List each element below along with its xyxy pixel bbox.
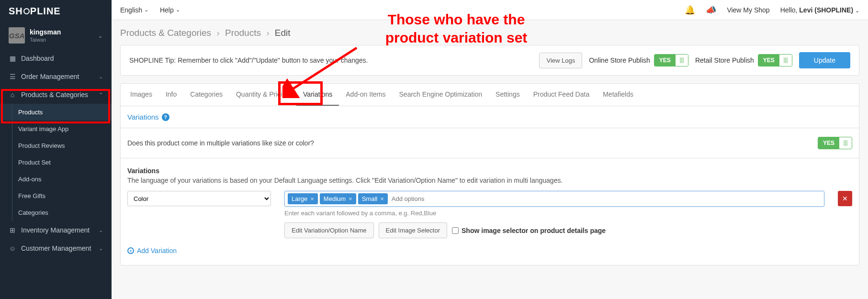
online-publish-label: Online Store Publish: [589, 56, 650, 64]
tag-label: Large: [292, 195, 307, 202]
sidebar-subitem-reviews[interactable]: Product Reviews: [0, 137, 112, 154]
bell-icon[interactable]: 🔔: [685, 5, 695, 15]
update-button[interactable]: Update: [799, 52, 850, 68]
sidebar-item-order-management[interactable]: ☰ Order Management ⌄: [0, 67, 112, 86]
view-logs-button[interactable]: View Logs: [539, 53, 582, 68]
online-publish-toggle-group: Online Store Publish YES: [589, 54, 688, 66]
chevron-down-icon: ⌄: [99, 74, 103, 80]
chevron-down-icon: ⌄: [98, 32, 103, 39]
language-label: English: [120, 6, 142, 14]
sidebar-label: Order Management: [21, 73, 94, 80]
tab-categories[interactable]: Categories: [183, 84, 229, 106]
chevron-down-icon: ⌄: [855, 8, 859, 13]
variations-desc: The language of your variations is based…: [127, 177, 852, 184]
merchant-switcher[interactable]: GSA kingsman Taiwan ⌄: [0, 22, 112, 49]
tab-images[interactable]: Images: [124, 84, 159, 106]
tag-remove-icon[interactable]: ×: [349, 195, 352, 202]
order-icon: ☰: [9, 73, 16, 80]
tab-addon-items[interactable]: Add-on Items: [339, 84, 392, 106]
merchant-avatar: GSA: [9, 27, 25, 44]
add-variation-link[interactable]: + Add Variation: [127, 247, 177, 255]
user-menu[interactable]: Hello, Levi (SHOPLINE) ⌄: [780, 6, 859, 14]
chevron-down-icon: ⌄: [144, 7, 148, 13]
options-hint: Enter each variant followed by a comma, …: [284, 210, 824, 217]
tag-remove-icon[interactable]: ×: [310, 195, 314, 202]
inventory-icon: ⊞: [9, 226, 16, 234]
toggle-yes: YES: [818, 137, 839, 149]
sidebar-item-products-categories[interactable]: ⌂ Products & Categories ⌃: [0, 86, 112, 104]
tab-seo[interactable]: Search Engine Optimization: [393, 84, 489, 106]
variations-enabled-toggle[interactable]: YES: [818, 137, 852, 149]
variation-options-input[interactable]: Large× Medium× Small×: [284, 191, 824, 207]
add-option-input[interactable]: [390, 193, 821, 204]
view-shop-link[interactable]: View My Shop: [727, 6, 769, 14]
add-variation-label: Add Variation: [137, 247, 177, 255]
retail-publish-toggle-group: Retail Store Publish YES: [695, 54, 792, 66]
variation-type-select[interactable]: Color: [127, 191, 271, 206]
toggle-handle-icon: [839, 137, 852, 149]
toggle-yes: YES: [654, 55, 676, 66]
tip-text: SHOPLINE Tip: Remember to click "Add"/"U…: [129, 56, 368, 64]
sidebar-item-dashboard[interactable]: ▦ Dashboard: [0, 49, 112, 67]
tag-label: Medium: [324, 195, 346, 202]
trash-icon: ✕: [842, 195, 848, 202]
tag-label: Small: [362, 195, 378, 202]
merchant-name: kingsman: [30, 28, 93, 36]
tab-quantity-pricing[interactable]: Quantity & Pricing: [229, 84, 296, 106]
tab-feed[interactable]: Product Feed Data: [527, 84, 597, 106]
checkbox-label: Show image selector on product details p…: [462, 227, 606, 234]
dashboard-icon: ▦: [9, 55, 16, 62]
help-icon[interactable]: ?: [162, 113, 169, 121]
toggle-yes: YES: [758, 55, 779, 66]
toggle-handle-icon: [779, 55, 792, 66]
breadcrumb-current: Edit: [275, 28, 291, 38]
sidebar-label: Products & Categories: [21, 91, 94, 99]
tab-settings[interactable]: Settings: [489, 84, 527, 106]
sidebar-subitem-categories[interactable]: Categories: [0, 204, 112, 221]
chevron-down-icon: ⌄: [176, 7, 180, 13]
retail-publish-toggle[interactable]: YES: [758, 54, 792, 66]
user-name: Levi (SHOPLINE): [799, 6, 853, 14]
hello-text: Hello,: [780, 6, 800, 14]
variations-panel: Variations The language of your variatio…: [121, 158, 859, 265]
edit-image-selector-button[interactable]: Edit Image Selector: [379, 222, 447, 238]
variations-title: Variations: [127, 113, 159, 121]
option-tag: Small×: [358, 193, 388, 204]
option-tag: Medium×: [320, 193, 356, 204]
sidebar-subitem-addons[interactable]: Add-ons: [0, 171, 112, 188]
variations-heading: Variations: [127, 167, 852, 175]
megaphone-icon[interactable]: 📣: [706, 5, 716, 15]
sidebar-label: Dashboard: [21, 55, 103, 62]
bag-icon: ⌂: [9, 91, 16, 99]
tabs-card: Images Info Categories Quantity & Pricin…: [120, 83, 859, 266]
tab-variations[interactable]: Variations: [296, 84, 339, 106]
show-image-selector-checkbox[interactable]: Show image selector on product details p…: [452, 227, 606, 234]
tab-metafields[interactable]: Metafields: [596, 84, 640, 106]
chevron-down-icon: ⌄: [99, 245, 103, 252]
delete-variation-button[interactable]: ✕: [838, 191, 852, 206]
checkbox-input[interactable]: [452, 227, 459, 234]
breadcrumb-item[interactable]: Products & Categories: [120, 28, 211, 38]
chevron-up-icon: ⌃: [99, 92, 103, 98]
breadcrumb: Products & Categories › Products › Edit: [120, 28, 859, 38]
edit-variation-name-button[interactable]: Edit Variation/Option Name: [284, 222, 374, 238]
sidebar-item-inventory[interactable]: ⊞ Inventory Management ⌄: [0, 221, 112, 239]
sidebar-subitem-free-gifts[interactable]: Free Gifts: [0, 188, 112, 204]
breadcrumb-item[interactable]: Products: [225, 28, 261, 38]
sidebar-item-customer[interactable]: ☺ Customer Management ⌄: [0, 239, 112, 257]
language-dropdown[interactable]: English ⌄: [120, 6, 148, 14]
sidebar-subitem-product-set[interactable]: Product Set: [0, 154, 112, 171]
sidebar-subitem-products[interactable]: Products: [0, 104, 112, 121]
help-dropdown[interactable]: Help ⌄: [160, 6, 180, 14]
tab-info[interactable]: Info: [159, 84, 183, 106]
main: English ⌄ Help ⌄ 🔔 📣 View My Shop Hello,…: [112, 0, 868, 299]
plus-circle-icon: +: [127, 247, 134, 254]
chevron-down-icon: ⌄: [99, 227, 103, 233]
online-publish-toggle[interactable]: YES: [654, 54, 688, 66]
tabs: Images Info Categories Quantity & Pricin…: [121, 84, 859, 106]
tag-remove-icon[interactable]: ×: [380, 195, 384, 202]
customer-icon: ☺: [9, 244, 16, 252]
brand-logo: SHPLINE: [0, 0, 112, 22]
sidebar-subitem-variant-app[interactable]: Variant image App: [0, 121, 112, 137]
merchant-country: Taiwan: [30, 37, 93, 43]
